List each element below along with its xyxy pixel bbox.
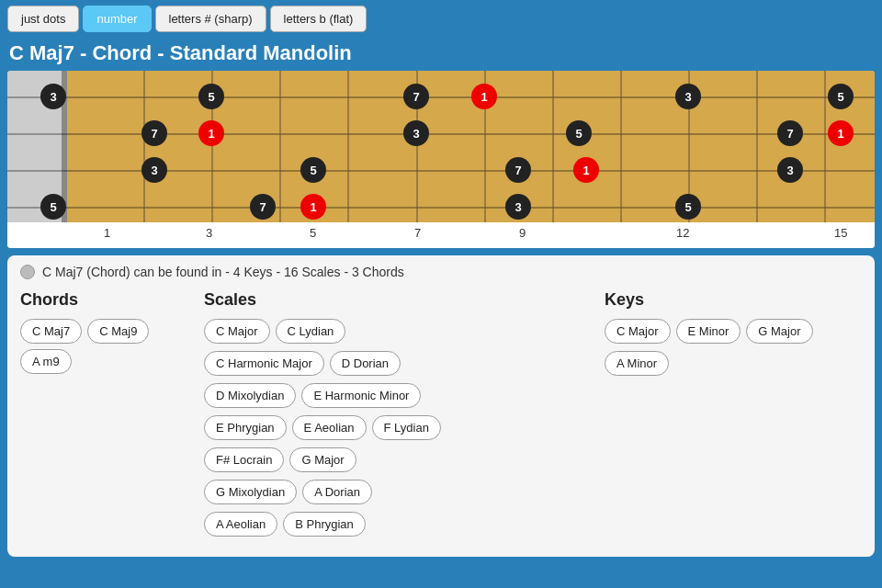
fret-line-3: [279, 71, 281, 222]
fretboard-wrapper: 3 5 7 1 3 5 7 1 3 5 7 1 3 5 7 1 3 5 7 1 …: [7, 71, 875, 248]
fret-num-3: 3: [206, 226, 212, 240]
note: 5: [40, 194, 66, 220]
status-text: C Maj7 (Chord) can be found in - 4 Keys …: [42, 265, 404, 279]
scale-e-phrygian[interactable]: E Phrygian: [204, 415, 287, 440]
chords-header: Chords: [20, 290, 204, 310]
keys-column: Keys C Major E Minor G Major A Minor: [605, 290, 862, 544]
fret-line-11: [824, 71, 826, 222]
string-4: [7, 207, 875, 209]
scales-row-5: G Mixolydian A Dorian: [204, 480, 605, 504]
note: 3: [675, 84, 701, 109]
scale-a-dorian[interactable]: A Dorian: [302, 480, 372, 504]
keys-row-0: C Major E Minor G Major: [605, 319, 862, 344]
note: 7: [403, 84, 429, 109]
page-title: C Maj7 - Chord - Standard Mandolin: [0, 38, 882, 71]
info-status-row: C Maj7 (Chord) can be found in - 4 Keys …: [20, 265, 862, 279]
letters-sharp-button[interactable]: letters # (sharp): [155, 6, 266, 32]
note: 3: [403, 120, 429, 146]
fret-num-7: 7: [414, 226, 421, 240]
scale-a-aeolian[interactable]: A Aeolian: [204, 512, 277, 537]
note: 5: [675, 194, 701, 220]
note: 5: [566, 120, 592, 146]
scales-row-1: C Harmonic Major D Dorian: [204, 351, 605, 376]
scale-fsharp-locrain[interactable]: F# Locrain: [204, 447, 284, 472]
note: 7: [777, 120, 803, 146]
keys-header: Keys: [605, 290, 862, 310]
number-button[interactable]: number: [83, 6, 151, 32]
note: 7: [505, 157, 531, 183]
scale-g-major[interactable]: G Major: [289, 447, 356, 472]
key-e-minor[interactable]: E Minor: [676, 319, 741, 344]
note-root: 1: [828, 120, 854, 146]
chord-tag-am9[interactable]: A m9: [20, 349, 72, 374]
scale-c-harmonic-major[interactable]: C Harmonic Major: [204, 351, 324, 376]
scales-row-3: E Phrygian E Aeolian F Lydian: [204, 415, 605, 440]
letters-flat-button[interactable]: letters b (flat): [270, 6, 368, 32]
scales-row-4: F# Locrain G Major: [204, 447, 605, 472]
scale-g-mixolydian[interactable]: G Mixolydian: [204, 480, 297, 504]
note: 5: [198, 84, 224, 109]
scale-c-lydian[interactable]: C Lydian: [276, 319, 346, 344]
scales-header: Scales: [204, 290, 605, 310]
string-2: [7, 133, 875, 135]
scales-row-0: C Major C Lydian: [204, 319, 605, 344]
key-a-minor[interactable]: A Minor: [605, 351, 669, 376]
status-dot: [20, 265, 35, 279]
fret-num-9: 9: [519, 226, 526, 240]
scale-d-dorian[interactable]: D Dorian: [330, 351, 401, 376]
scale-e-harmonic-minor[interactable]: E Harmonic Minor: [301, 383, 421, 408]
note-root: 1: [198, 120, 224, 146]
note: 3: [40, 84, 66, 109]
columns: Chords C Maj7 C Maj9 A m9 Scales C Major…: [20, 290, 862, 544]
note: 5: [828, 84, 854, 109]
fret-line-10: [756, 71, 758, 222]
scales-row-6: A Aeolian B Phrygian: [204, 512, 605, 537]
fret-line-4: [347, 71, 349, 222]
string-3: [7, 170, 875, 172]
key-c-major[interactable]: C Major: [605, 319, 671, 344]
note: 7: [250, 194, 276, 220]
fret-num-1: 1: [104, 226, 110, 240]
note: 7: [141, 120, 167, 146]
fret-num-12: 12: [676, 226, 689, 240]
chords-tags: C Maj7 C Maj9 A m9: [20, 319, 204, 374]
info-panel: C Maj7 (Chord) can be found in - 4 Keys …: [7, 255, 875, 557]
fret-line-7: [552, 71, 554, 222]
scales-column: Scales C Major C Lydian C Harmonic Major…: [204, 290, 605, 544]
scale-d-mixolydian[interactable]: D Mixolydian: [204, 383, 296, 408]
scale-c-major[interactable]: C Major: [204, 319, 270, 344]
fret-line-8: [620, 71, 622, 222]
note-root: 1: [300, 194, 326, 220]
scale-f-lydian[interactable]: F Lydian: [372, 415, 441, 440]
chords-column: Chords C Maj7 C Maj9 A m9: [20, 290, 204, 544]
toolbar: just dots number letters # (sharp) lette…: [0, 0, 882, 38]
note: 3: [505, 194, 531, 220]
fretboard: 3 5 7 1 3 5 7 1 3 5 7 1 3 5 7 1 3 5 7 1 …: [7, 71, 875, 222]
fret-line-1: [143, 71, 145, 222]
fret-num-15: 15: [834, 226, 847, 240]
fret-numbers: 1 3 5 7 9 12 15: [7, 222, 875, 248]
chord-tag-cmaj7[interactable]: C Maj7: [20, 319, 82, 344]
key-g-major[interactable]: G Major: [746, 319, 812, 344]
note: 3: [141, 157, 167, 183]
note-root: 1: [573, 157, 599, 183]
scale-e-aeolian[interactable]: E Aeolian: [292, 415, 367, 440]
scale-b-phrygian[interactable]: B Phrygian: [283, 512, 366, 537]
fret-num-5: 5: [310, 226, 316, 240]
note-root: 1: [471, 84, 497, 109]
string-1: [7, 96, 875, 98]
keys-row-1: A Minor: [605, 351, 862, 376]
just-dots-button[interactable]: just dots: [7, 6, 79, 32]
chord-tag-cmaj9[interactable]: C Maj9: [87, 319, 149, 344]
scales-row-2: D Mixolydian E Harmonic Minor: [204, 383, 605, 408]
note: 3: [777, 157, 803, 183]
note: 5: [300, 157, 326, 183]
